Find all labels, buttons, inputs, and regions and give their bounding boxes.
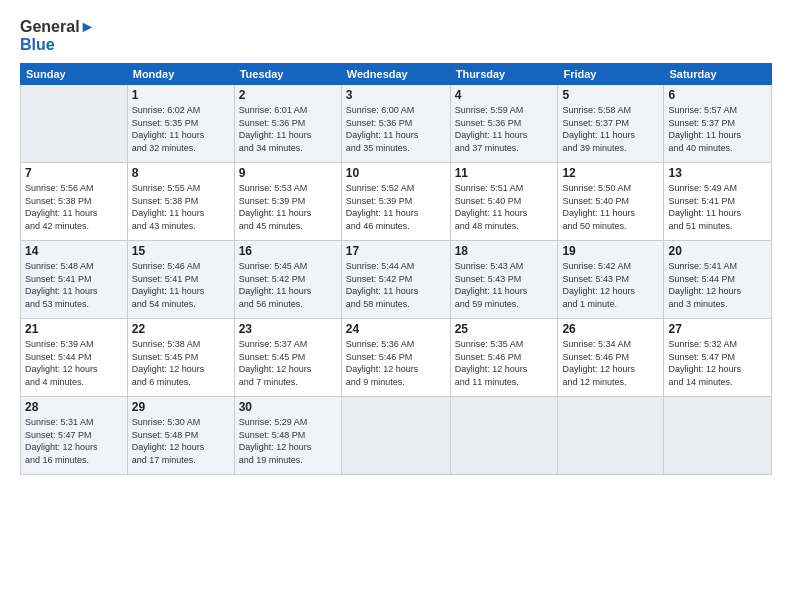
day-info: Sunrise: 5:45 AM Sunset: 5:42 PM Dayligh…: [239, 260, 337, 310]
day-number: 18: [455, 244, 554, 258]
day-info: Sunrise: 5:59 AM Sunset: 5:36 PM Dayligh…: [455, 104, 554, 154]
day-info: Sunrise: 5:53 AM Sunset: 5:39 PM Dayligh…: [239, 182, 337, 232]
day-info: Sunrise: 5:34 AM Sunset: 5:46 PM Dayligh…: [562, 338, 659, 388]
weekday-header-thursday: Thursday: [450, 64, 558, 85]
calendar-week-row: 21Sunrise: 5:39 AM Sunset: 5:44 PM Dayli…: [21, 319, 772, 397]
calendar-day-cell: 13Sunrise: 5:49 AM Sunset: 5:41 PM Dayli…: [664, 163, 772, 241]
calendar-day-cell: [558, 397, 664, 475]
calendar-day-cell: 6Sunrise: 5:57 AM Sunset: 5:37 PM Daylig…: [664, 85, 772, 163]
calendar-day-cell: 29Sunrise: 5:30 AM Sunset: 5:48 PM Dayli…: [127, 397, 234, 475]
calendar-week-row: 14Sunrise: 5:48 AM Sunset: 5:41 PM Dayli…: [21, 241, 772, 319]
day-number: 8: [132, 166, 230, 180]
day-info: Sunrise: 5:43 AM Sunset: 5:43 PM Dayligh…: [455, 260, 554, 310]
day-info: Sunrise: 5:30 AM Sunset: 5:48 PM Dayligh…: [132, 416, 230, 466]
calendar-week-row: 28Sunrise: 5:31 AM Sunset: 5:47 PM Dayli…: [21, 397, 772, 475]
calendar-day-cell: [664, 397, 772, 475]
day-info: Sunrise: 5:46 AM Sunset: 5:41 PM Dayligh…: [132, 260, 230, 310]
calendar-day-cell: 15Sunrise: 5:46 AM Sunset: 5:41 PM Dayli…: [127, 241, 234, 319]
weekday-header-friday: Friday: [558, 64, 664, 85]
day-number: 9: [239, 166, 337, 180]
day-number: 10: [346, 166, 446, 180]
day-info: Sunrise: 6:02 AM Sunset: 5:35 PM Dayligh…: [132, 104, 230, 154]
day-info: Sunrise: 5:50 AM Sunset: 5:40 PM Dayligh…: [562, 182, 659, 232]
day-number: 17: [346, 244, 446, 258]
day-number: 19: [562, 244, 659, 258]
weekday-header-wednesday: Wednesday: [341, 64, 450, 85]
day-info: Sunrise: 6:01 AM Sunset: 5:36 PM Dayligh…: [239, 104, 337, 154]
calendar-day-cell: 5Sunrise: 5:58 AM Sunset: 5:37 PM Daylig…: [558, 85, 664, 163]
calendar-day-cell: 26Sunrise: 5:34 AM Sunset: 5:46 PM Dayli…: [558, 319, 664, 397]
calendar-day-cell: 3Sunrise: 6:00 AM Sunset: 5:36 PM Daylig…: [341, 85, 450, 163]
day-number: 6: [668, 88, 767, 102]
calendar-day-cell: 23Sunrise: 5:37 AM Sunset: 5:45 PM Dayli…: [234, 319, 341, 397]
day-info: Sunrise: 5:58 AM Sunset: 5:37 PM Dayligh…: [562, 104, 659, 154]
calendar-day-cell: 12Sunrise: 5:50 AM Sunset: 5:40 PM Dayli…: [558, 163, 664, 241]
calendar-day-cell: 1Sunrise: 6:02 AM Sunset: 5:35 PM Daylig…: [127, 85, 234, 163]
page: General► Blue SundayMondayTuesdayWednesd…: [0, 0, 792, 612]
day-number: 11: [455, 166, 554, 180]
calendar-day-cell: 10Sunrise: 5:52 AM Sunset: 5:39 PM Dayli…: [341, 163, 450, 241]
calendar-day-cell: 16Sunrise: 5:45 AM Sunset: 5:42 PM Dayli…: [234, 241, 341, 319]
day-number: 30: [239, 400, 337, 414]
header: General► Blue: [20, 18, 772, 53]
day-number: 2: [239, 88, 337, 102]
calendar-header-row: SundayMondayTuesdayWednesdayThursdayFrid…: [21, 64, 772, 85]
day-number: 15: [132, 244, 230, 258]
day-info: Sunrise: 5:38 AM Sunset: 5:45 PM Dayligh…: [132, 338, 230, 388]
calendar-day-cell: 18Sunrise: 5:43 AM Sunset: 5:43 PM Dayli…: [450, 241, 558, 319]
calendar-day-cell: 25Sunrise: 5:35 AM Sunset: 5:46 PM Dayli…: [450, 319, 558, 397]
calendar-day-cell: 27Sunrise: 5:32 AM Sunset: 5:47 PM Dayli…: [664, 319, 772, 397]
day-info: Sunrise: 5:51 AM Sunset: 5:40 PM Dayligh…: [455, 182, 554, 232]
calendar-day-cell: 20Sunrise: 5:41 AM Sunset: 5:44 PM Dayli…: [664, 241, 772, 319]
calendar-day-cell: 8Sunrise: 5:55 AM Sunset: 5:38 PM Daylig…: [127, 163, 234, 241]
weekday-header-tuesday: Tuesday: [234, 64, 341, 85]
day-info: Sunrise: 5:32 AM Sunset: 5:47 PM Dayligh…: [668, 338, 767, 388]
calendar-day-cell: 19Sunrise: 5:42 AM Sunset: 5:43 PM Dayli…: [558, 241, 664, 319]
calendar-week-row: 7Sunrise: 5:56 AM Sunset: 5:38 PM Daylig…: [21, 163, 772, 241]
calendar-day-cell: [21, 85, 128, 163]
weekday-header-saturday: Saturday: [664, 64, 772, 85]
day-number: 7: [25, 166, 123, 180]
calendar-day-cell: 17Sunrise: 5:44 AM Sunset: 5:42 PM Dayli…: [341, 241, 450, 319]
calendar-table: SundayMondayTuesdayWednesdayThursdayFrid…: [20, 63, 772, 475]
calendar-day-cell: 2Sunrise: 6:01 AM Sunset: 5:36 PM Daylig…: [234, 85, 341, 163]
calendar-day-cell: 7Sunrise: 5:56 AM Sunset: 5:38 PM Daylig…: [21, 163, 128, 241]
calendar-day-cell: [341, 397, 450, 475]
day-info: Sunrise: 5:42 AM Sunset: 5:43 PM Dayligh…: [562, 260, 659, 310]
day-number: 5: [562, 88, 659, 102]
calendar-day-cell: 14Sunrise: 5:48 AM Sunset: 5:41 PM Dayli…: [21, 241, 128, 319]
day-number: 23: [239, 322, 337, 336]
calendar-day-cell: 30Sunrise: 5:29 AM Sunset: 5:48 PM Dayli…: [234, 397, 341, 475]
day-info: Sunrise: 5:56 AM Sunset: 5:38 PM Dayligh…: [25, 182, 123, 232]
day-info: Sunrise: 5:44 AM Sunset: 5:42 PM Dayligh…: [346, 260, 446, 310]
day-number: 24: [346, 322, 446, 336]
day-number: 28: [25, 400, 123, 414]
calendar-day-cell: 4Sunrise: 5:59 AM Sunset: 5:36 PM Daylig…: [450, 85, 558, 163]
calendar-day-cell: 24Sunrise: 5:36 AM Sunset: 5:46 PM Dayli…: [341, 319, 450, 397]
day-number: 14: [25, 244, 123, 258]
calendar-day-cell: 9Sunrise: 5:53 AM Sunset: 5:39 PM Daylig…: [234, 163, 341, 241]
day-number: 13: [668, 166, 767, 180]
calendar-week-row: 1Sunrise: 6:02 AM Sunset: 5:35 PM Daylig…: [21, 85, 772, 163]
day-info: Sunrise: 5:52 AM Sunset: 5:39 PM Dayligh…: [346, 182, 446, 232]
day-info: Sunrise: 5:55 AM Sunset: 5:38 PM Dayligh…: [132, 182, 230, 232]
day-info: Sunrise: 5:39 AM Sunset: 5:44 PM Dayligh…: [25, 338, 123, 388]
day-number: 3: [346, 88, 446, 102]
day-info: Sunrise: 5:36 AM Sunset: 5:46 PM Dayligh…: [346, 338, 446, 388]
day-number: 20: [668, 244, 767, 258]
day-info: Sunrise: 5:49 AM Sunset: 5:41 PM Dayligh…: [668, 182, 767, 232]
weekday-header-monday: Monday: [127, 64, 234, 85]
day-info: Sunrise: 5:57 AM Sunset: 5:37 PM Dayligh…: [668, 104, 767, 154]
day-number: 16: [239, 244, 337, 258]
day-number: 27: [668, 322, 767, 336]
day-info: Sunrise: 5:31 AM Sunset: 5:47 PM Dayligh…: [25, 416, 123, 466]
calendar-day-cell: 11Sunrise: 5:51 AM Sunset: 5:40 PM Dayli…: [450, 163, 558, 241]
calendar-day-cell: 22Sunrise: 5:38 AM Sunset: 5:45 PM Dayli…: [127, 319, 234, 397]
day-info: Sunrise: 5:35 AM Sunset: 5:46 PM Dayligh…: [455, 338, 554, 388]
calendar-day-cell: 28Sunrise: 5:31 AM Sunset: 5:47 PM Dayli…: [21, 397, 128, 475]
day-number: 21: [25, 322, 123, 336]
day-number: 4: [455, 88, 554, 102]
day-info: Sunrise: 6:00 AM Sunset: 5:36 PM Dayligh…: [346, 104, 446, 154]
day-info: Sunrise: 5:29 AM Sunset: 5:48 PM Dayligh…: [239, 416, 337, 466]
day-number: 29: [132, 400, 230, 414]
